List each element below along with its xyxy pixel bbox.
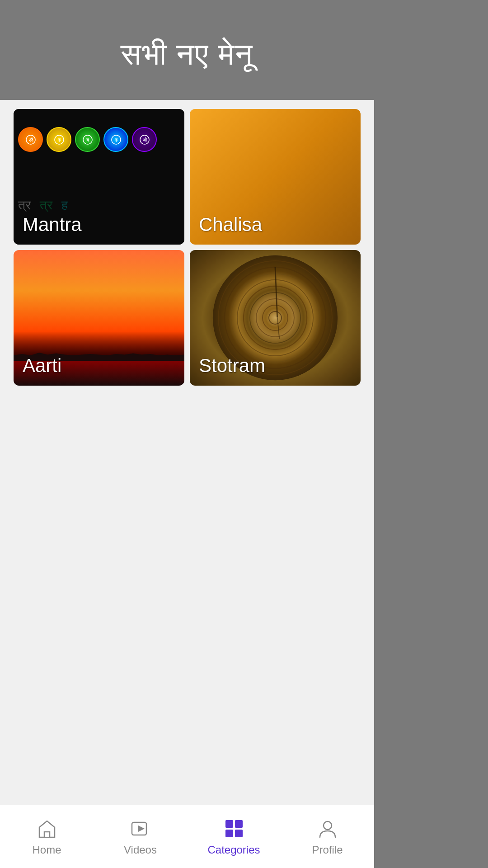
mantra-label: Mantra bbox=[23, 214, 82, 236]
videos-label: Videos bbox=[124, 844, 157, 856]
stotram-label: Stotram bbox=[199, 355, 265, 377]
category-grid: ॐ ह य bbox=[14, 109, 361, 386]
nav-item-videos[interactable]: Videos bbox=[94, 817, 187, 856]
chalisa-label: Chalisa bbox=[199, 214, 262, 236]
chakra-yellow: ह bbox=[47, 127, 71, 152]
home-icon bbox=[36, 817, 58, 840]
aarti-card[interactable]: Aarti bbox=[14, 250, 184, 386]
page-title: सभी नए मेनू bbox=[121, 36, 254, 73]
chalisa-card[interactable]: Chalisa bbox=[190, 109, 361, 245]
nav-item-categories[interactable]: Categories bbox=[187, 817, 281, 856]
header: सभी नए मेनू bbox=[0, 0, 374, 100]
svg-rect-22 bbox=[45, 832, 49, 837]
svg-text:ह: ह bbox=[57, 137, 61, 142]
svg-text:ओ: ओ bbox=[142, 137, 147, 142]
svg-text:य: य bbox=[86, 137, 89, 142]
sanskrit-text: त्र त्र ह bbox=[18, 198, 180, 213]
svg-point-29 bbox=[324, 821, 332, 830]
nav-item-profile[interactable]: Profile bbox=[281, 817, 374, 856]
chakra-icons-row: ॐ ह य bbox=[18, 127, 157, 152]
svg-text:ह: ह bbox=[114, 137, 117, 142]
videos-icon bbox=[129, 817, 152, 840]
svg-text:ॐ: ॐ bbox=[28, 137, 33, 142]
profile-label: Profile bbox=[312, 844, 343, 856]
categories-icon bbox=[223, 817, 245, 840]
categories-label: Categories bbox=[207, 844, 260, 856]
svg-rect-25 bbox=[225, 820, 233, 828]
profile-icon bbox=[316, 817, 339, 840]
chakra-blue: ह bbox=[103, 127, 128, 152]
aarti-label: Aarti bbox=[23, 355, 61, 377]
nav-item-home[interactable]: Home bbox=[0, 817, 94, 856]
content-area: ॐ ह य bbox=[0, 100, 374, 868]
stotram-card[interactable]: Stotram bbox=[190, 250, 361, 386]
svg-marker-24 bbox=[138, 826, 145, 832]
chakra-green: य bbox=[75, 127, 100, 152]
svg-rect-28 bbox=[235, 830, 243, 837]
chakra-indigo: ओ bbox=[132, 127, 157, 152]
home-label: Home bbox=[32, 844, 61, 856]
chakra-orange: ॐ bbox=[18, 127, 43, 152]
svg-rect-26 bbox=[235, 820, 243, 828]
bottom-navigation: Home Videos Categories Profile bbox=[0, 805, 374, 868]
svg-rect-27 bbox=[225, 830, 233, 837]
mantra-card[interactable]: ॐ ह य bbox=[14, 109, 184, 245]
